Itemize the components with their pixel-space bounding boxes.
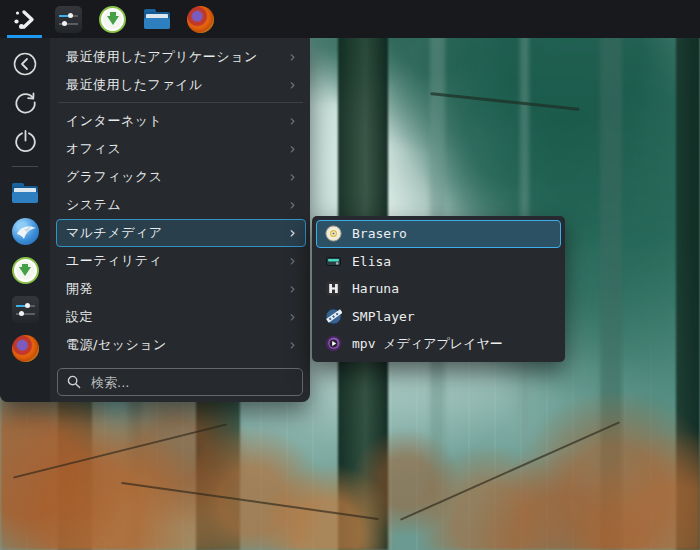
firefox-icon bbox=[12, 335, 39, 362]
haruna-icon bbox=[325, 280, 342, 297]
sidebar-shutdown-button[interactable] bbox=[0, 122, 50, 161]
submenu-item-smplayer[interactable]: SMPlayer bbox=[316, 303, 561, 331]
search-input[interactable] bbox=[89, 374, 293, 391]
taskbar bbox=[0, 0, 700, 38]
chevron-right-icon: › bbox=[290, 282, 297, 297]
sidebar-software-updater-button[interactable] bbox=[0, 251, 50, 290]
search-icon bbox=[67, 375, 81, 389]
submenu-item-haruna[interactable]: Haruna bbox=[316, 275, 561, 303]
launcher-sidebar bbox=[0, 38, 50, 402]
taskbar-app-launcher-button[interactable] bbox=[8, 0, 41, 38]
kickoff-icon bbox=[11, 6, 38, 33]
submenu-item-brasero[interactable]: Brasero bbox=[316, 220, 561, 248]
back-icon bbox=[12, 51, 38, 77]
menu-item-recent-files[interactable]: 最近使用したファイル › bbox=[56, 71, 306, 99]
sidebar-firefox-button[interactable] bbox=[0, 329, 50, 368]
firefox-icon bbox=[187, 6, 214, 33]
chevron-right-icon: › bbox=[290, 78, 297, 93]
multimedia-submenu: Brasero Elisa Haruna bbox=[312, 216, 565, 362]
chevron-right-icon: › bbox=[290, 254, 297, 269]
chevron-right-icon: › bbox=[290, 310, 297, 325]
power-icon bbox=[12, 128, 39, 155]
falkon-icon bbox=[12, 218, 39, 245]
menu-item-multimedia[interactable]: マルチメディア › bbox=[56, 219, 306, 247]
menu-item-system[interactable]: システム › bbox=[56, 191, 306, 219]
sidebar-back-button[interactable] bbox=[0, 44, 50, 83]
chevron-right-icon: › bbox=[290, 226, 297, 241]
menu-item-office[interactable]: オフィス › bbox=[56, 135, 306, 163]
taskbar-system-settings-button[interactable] bbox=[52, 0, 85, 38]
sidebar-divider bbox=[12, 166, 38, 167]
search-box[interactable] bbox=[57, 368, 303, 396]
taskbar-software-updater-button[interactable] bbox=[96, 0, 129, 38]
menu-item-settings[interactable]: 設定 › bbox=[56, 303, 306, 331]
chevron-right-icon: › bbox=[290, 142, 297, 157]
application-launcher-panel: 最近使用したアプリケーション › 最近使用したファイル › インターネット › … bbox=[0, 38, 310, 402]
folder-icon bbox=[144, 9, 170, 29]
updater-icon bbox=[12, 257, 39, 284]
sliders-icon bbox=[12, 296, 39, 323]
sidebar-system-settings-button[interactable] bbox=[0, 290, 50, 329]
submenu-item-elisa[interactable]: Elisa bbox=[316, 248, 561, 276]
updater-icon bbox=[99, 6, 126, 33]
sidebar-file-manager-button[interactable] bbox=[0, 173, 50, 212]
launcher-menu: 最近使用したアプリケーション › 最近使用したファイル › インターネット › … bbox=[50, 38, 310, 402]
sliders-icon bbox=[55, 6, 82, 33]
restart-icon bbox=[12, 89, 39, 116]
menu-item-power-session[interactable]: 電源/セッション › bbox=[56, 331, 306, 359]
chevron-right-icon: › bbox=[290, 338, 297, 353]
brasero-icon bbox=[325, 225, 342, 242]
chevron-right-icon: › bbox=[290, 50, 297, 65]
menu-separator bbox=[58, 102, 303, 103]
taskbar-firefox-button[interactable] bbox=[184, 0, 217, 38]
sidebar-restart-button[interactable] bbox=[0, 83, 50, 122]
menu-item-graphics[interactable]: グラフィックス › bbox=[56, 163, 306, 191]
smplayer-icon bbox=[325, 308, 342, 325]
chevron-right-icon: › bbox=[290, 198, 297, 213]
submenu-item-mpv[interactable]: mpv メディアプレイヤー bbox=[316, 330, 561, 358]
taskbar-file-manager-button[interactable] bbox=[140, 0, 173, 38]
elisa-icon bbox=[325, 253, 342, 270]
menu-item-utilities[interactable]: ユーティリティ › bbox=[56, 247, 306, 275]
chevron-right-icon: › bbox=[290, 170, 297, 185]
menu-item-internet[interactable]: インターネット › bbox=[56, 107, 306, 135]
chevron-right-icon: › bbox=[290, 114, 297, 129]
menu-item-recent-apps[interactable]: 最近使用したアプリケーション › bbox=[56, 43, 306, 71]
folder-icon bbox=[12, 183, 38, 203]
mpv-icon bbox=[325, 335, 342, 352]
sidebar-falkon-button[interactable] bbox=[0, 212, 50, 251]
menu-item-development[interactable]: 開発 › bbox=[56, 275, 306, 303]
